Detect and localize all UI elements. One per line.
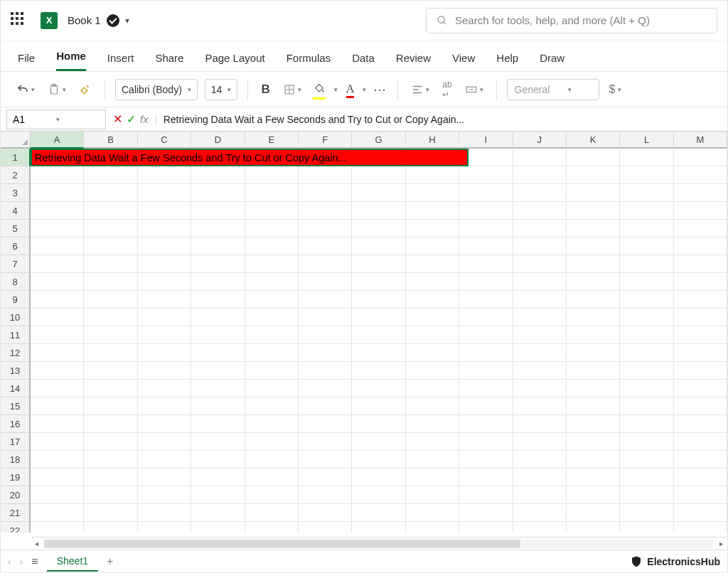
cell[interactable] [567, 451, 620, 468]
column-header[interactable]: F [299, 132, 352, 149]
cell[interactable] [459, 184, 513, 202]
cell[interactable] [138, 433, 191, 451]
cell[interactable] [191, 433, 245, 451]
horizontal-scrollbar[interactable]: ◂ ▸ [31, 537, 727, 550]
ribbon-tab-insert[interactable]: Insert [107, 52, 134, 71]
cell[interactable] [138, 166, 191, 184]
cell[interactable] [299, 202, 352, 220]
cell[interactable] [191, 522, 245, 532]
cell[interactable] [245, 415, 299, 433]
cell[interactable] [567, 380, 620, 397]
cell[interactable] [84, 344, 137, 362]
cell[interactable] [191, 504, 245, 522]
cell[interactable] [31, 291, 84, 309]
cell[interactable] [191, 184, 245, 202]
cell[interactable] [245, 344, 299, 362]
ribbon-tab-home[interactable]: Home [56, 50, 86, 71]
paste-button[interactable]: ▾ [45, 81, 69, 98]
cell[interactable] [191, 220, 245, 237]
cell[interactable] [459, 451, 513, 468]
cell[interactable] [138, 504, 191, 522]
cell[interactable] [245, 237, 299, 255]
cell[interactable] [191, 237, 245, 255]
cell[interactable] [31, 220, 84, 237]
app-launcher-icon[interactable] [11, 12, 28, 29]
row-header[interactable]: 4 [1, 202, 31, 220]
insert-function-button[interactable]: fx [140, 113, 149, 125]
row-header[interactable]: 17 [1, 433, 31, 451]
cell[interactable] [620, 309, 673, 326]
cell[interactable] [299, 486, 352, 504]
cell[interactable] [513, 273, 567, 291]
fill-color-button[interactable] [311, 80, 327, 100]
cell[interactable] [513, 397, 567, 415]
cell[interactable] [513, 202, 567, 220]
cell[interactable] [138, 451, 191, 468]
cell[interactable] [567, 166, 620, 184]
cell[interactable] [406, 255, 459, 273]
cell[interactable] [620, 291, 673, 309]
cell[interactable] [299, 344, 352, 362]
cell[interactable] [191, 166, 245, 184]
row-header[interactable]: 6 [1, 237, 31, 255]
cell[interactable] [31, 273, 84, 291]
ribbon-tab-help[interactable]: Help [496, 52, 518, 71]
merge-button[interactable]: ▾ [462, 81, 486, 98]
cell[interactable] [352, 415, 405, 433]
cell[interactable] [620, 522, 673, 532]
cell[interactable] [567, 237, 620, 255]
column-header[interactable]: K [567, 132, 620, 149]
cell[interactable] [459, 255, 513, 273]
cell[interactable] [84, 220, 137, 237]
cell[interactable] [620, 468, 673, 486]
column-header[interactable]: M [674, 132, 727, 149]
cell[interactable] [352, 291, 405, 309]
cell[interactable] [567, 433, 620, 451]
cell[interactable] [299, 397, 352, 415]
cell[interactable] [191, 468, 245, 486]
cell[interactable] [406, 504, 459, 522]
row-header[interactable]: 5 [1, 220, 31, 237]
cell[interactable] [513, 291, 567, 309]
cell[interactable] [245, 504, 299, 522]
row-header[interactable]: 1 [1, 149, 31, 166]
cell[interactable] [567, 273, 620, 291]
cell[interactable] [674, 415, 727, 433]
column-header[interactable]: B [84, 132, 137, 149]
cell[interactable] [84, 451, 137, 468]
cell[interactable] [245, 326, 299, 344]
cell[interactable] [299, 255, 352, 273]
cell[interactable] [245, 273, 299, 291]
cell[interactable] [352, 362, 405, 380]
cell[interactable] [620, 220, 673, 237]
cell[interactable] [674, 220, 727, 237]
cell[interactable] [191, 344, 245, 362]
cell[interactable] [459, 220, 513, 237]
cell[interactable] [567, 291, 620, 309]
cell[interactable] [620, 344, 673, 362]
cell[interactable] [406, 486, 459, 504]
cell[interactable] [513, 468, 567, 486]
column-header[interactable]: C [138, 132, 191, 149]
cell[interactable] [513, 344, 567, 362]
cell[interactable] [31, 397, 84, 415]
cell[interactable] [674, 255, 727, 273]
cell[interactable] [406, 309, 459, 326]
cell[interactable] [299, 184, 352, 202]
cell[interactable] [84, 309, 137, 326]
cancel-formula-button[interactable]: ✕ [113, 112, 122, 126]
cell[interactable] [459, 309, 513, 326]
cell[interactable] [191, 415, 245, 433]
cell[interactable] [620, 237, 673, 255]
format-painter-button[interactable] [76, 81, 95, 98]
row-header[interactable]: 10 [1, 309, 31, 326]
cell[interactable] [513, 380, 567, 397]
all-sheets-button[interactable]: ≡ [31, 555, 38, 568]
cell[interactable] [567, 309, 620, 326]
cell[interactable] [406, 344, 459, 362]
cell[interactable] [674, 397, 727, 415]
cell[interactable] [620, 326, 673, 344]
cell[interactable] [620, 149, 673, 166]
cell[interactable] [299, 522, 352, 532]
cells-area[interactable]: Retrieving Data Wait a Few Seconds and T… [31, 149, 727, 532]
